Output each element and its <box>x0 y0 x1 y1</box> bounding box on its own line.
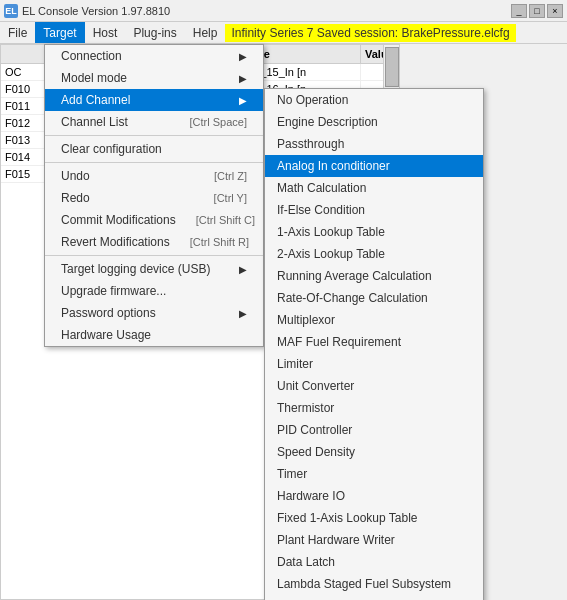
menu-item-connection[interactable]: Connection ▶ <box>45 45 263 67</box>
channel-item-hardware-io[interactable]: Hardware IO <box>265 485 483 507</box>
menu-item-revert[interactable]: Revert Modifications [Ctrl Shift R] <box>45 231 263 253</box>
arrow-icon: ▶ <box>239 308 247 319</box>
channel-item-1axis-lookup[interactable]: 1-Axis Lookup Table <box>265 221 483 243</box>
close-button[interactable]: × <box>547 4 563 18</box>
channel-item-limiter[interactable]: Limiter <box>265 353 483 375</box>
channel-item-rate-of-change[interactable]: Rate-Of-Change Calculation <box>265 287 483 309</box>
session-label: Infinity Series 7 Saved session: BrakePr… <box>225 24 515 42</box>
menu-item-add-channel[interactable]: Add Channel ▶ <box>45 89 263 111</box>
channel-item-pid[interactable]: PID Controller <box>265 419 483 441</box>
shortcut-label: [Ctrl Shift R] <box>190 236 249 248</box>
app-icon: EL <box>4 4 18 18</box>
shortcut-label: [Ctrl Shift C] <box>196 214 255 226</box>
menu-plugins[interactable]: Plug-ins <box>125 22 184 43</box>
menu-bar: File Target Host Plug-ins Help Infinity … <box>0 22 567 44</box>
main-area: Name Type Value OC Hardware Measured Inp… <box>0 44 567 600</box>
shortcut-label: [Ctrl Z] <box>214 170 247 182</box>
arrow-icon: ▶ <box>239 51 247 62</box>
menu-target[interactable]: Target <box>35 22 84 43</box>
menu-item-undo[interactable]: Undo [Ctrl Z] <box>45 165 263 187</box>
channel-item-thermistor[interactable]: Thermistor <box>265 397 483 419</box>
channel-item-if-else[interactable]: If-Else Condition <box>265 199 483 221</box>
channel-item-plant-writer[interactable]: Plant Hardware Writer <box>265 529 483 551</box>
shortcut-label: [Ctrl Space] <box>190 116 247 128</box>
channel-item-speed-density[interactable]: Speed Density <box>265 441 483 463</box>
channel-item-maf-fuel[interactable]: MAF Fuel Requirement <box>265 331 483 353</box>
menu-item-clear-config[interactable]: Clear configuration <box>45 138 263 160</box>
menu-host[interactable]: Host <box>85 22 126 43</box>
channel-item-timer[interactable]: Timer <box>265 463 483 485</box>
menu-file[interactable]: File <box>0 22 35 43</box>
add-channel-menu: No Operation Engine Description Passthro… <box>264 88 484 600</box>
menu-help[interactable]: Help <box>185 22 226 43</box>
channel-item-no-operation[interactable]: No Operation <box>265 89 483 111</box>
channel-item-math-calc[interactable]: Math Calculation <box>265 177 483 199</box>
menu-item-channel-list[interactable]: Channel List [Ctrl Space] <box>45 111 263 133</box>
menu-separator <box>45 162 263 163</box>
channel-item-fixed-1axis[interactable]: Fixed 1-Axis Lookup Table <box>265 507 483 529</box>
arrow-icon: ▶ <box>239 73 247 84</box>
target-menu: Connection ▶ Model mode ▶ Add Channel ▶ … <box>44 44 264 347</box>
arrow-icon: ▶ <box>239 264 247 275</box>
channel-item-passthrough[interactable]: Passthrough <box>265 133 483 155</box>
menu-item-commit[interactable]: Commit Modifications [Ctrl Shift C] <box>45 209 263 231</box>
menu-item-redo[interactable]: Redo [Ctrl Y] <box>45 187 263 209</box>
channel-item-data-latch[interactable]: Data Latch <box>265 551 483 573</box>
channel-item-cj125[interactable]: CJ125 Interface <box>265 595 483 600</box>
menu-item-target-logging[interactable]: Target logging device (USB) ▶ <box>45 258 263 280</box>
channel-item-multiplexor[interactable]: Multiplexor <box>265 309 483 331</box>
channel-item-engine-desc[interactable]: Engine Description <box>265 111 483 133</box>
channel-item-unit-converter[interactable]: Unit Converter <box>265 375 483 397</box>
channel-item-analog-in[interactable]: Analog In conditioner <box>265 155 483 177</box>
channel-item-lambda-staged[interactable]: Lambda Staged Fuel Subsystem <box>265 573 483 595</box>
arrow-icon: ▶ <box>239 95 247 106</box>
maximize-button[interactable]: □ <box>529 4 545 18</box>
menu-item-model-mode[interactable]: Model mode ▶ <box>45 67 263 89</box>
shortcut-label: [Ctrl Y] <box>214 192 247 204</box>
menu-item-hardware-usage[interactable]: Hardware Usage <box>45 324 263 346</box>
menu-item-upgrade[interactable]: Upgrade firmware... <box>45 280 263 302</box>
minimize-button[interactable]: _ <box>511 4 527 18</box>
menu-separator <box>45 255 263 256</box>
title-bar: EL EL Console Version 1.97.8810 _ □ × <box>0 0 567 22</box>
channel-item-2axis-lookup[interactable]: 2-Axis Lookup Table <box>265 243 483 265</box>
menu-item-password[interactable]: Password options ▶ <box>45 302 263 324</box>
menu-separator <box>45 135 263 136</box>
channel-item-running-avg[interactable]: Running Average Calculation <box>265 265 483 287</box>
scrollbar-thumb[interactable] <box>385 47 399 87</box>
title-text: EL Console Version 1.97.8810 <box>22 5 170 17</box>
window-controls: _ □ × <box>511 4 563 18</box>
